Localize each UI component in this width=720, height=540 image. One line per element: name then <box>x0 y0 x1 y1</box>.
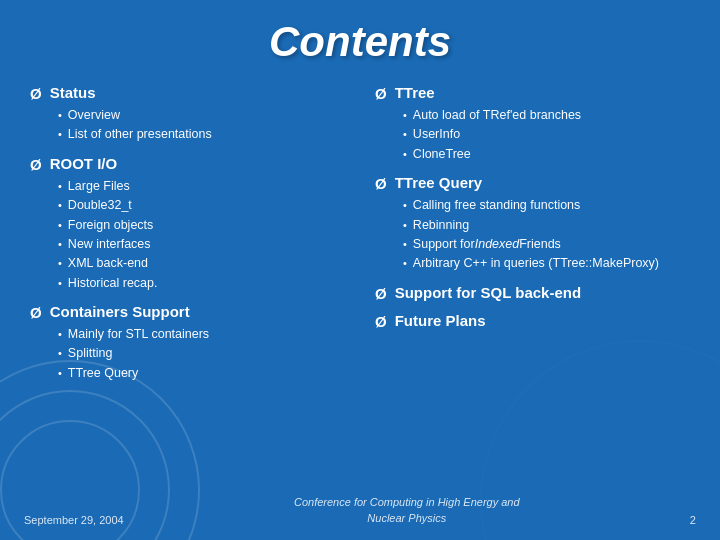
list-item: Overview <box>58 106 345 125</box>
arrow-icon-ttree-query: Ø <box>375 175 387 192</box>
arrow-icon-ttree: Ø <box>375 85 387 102</box>
section-root-io-title: ROOT I/O <box>50 155 118 172</box>
section-status: Ø Status Overview List of other presenta… <box>30 84 345 145</box>
section-ttree-query-header: Ø TTree Query <box>375 174 690 192</box>
list-item: List of other presentations <box>58 125 345 144</box>
list-item: XML back-end <box>58 254 345 273</box>
status-list: Overview List of other presentations <box>58 106 345 145</box>
section-root-io: Ø ROOT I/O Large Files Double32_t Foreig… <box>30 155 345 293</box>
list-item: Auto load of TRef'ed branches <box>403 106 690 125</box>
section-future-plans: Ø Future Plans <box>375 312 690 330</box>
section-ttree-query: Ø TTree Query Calling free standing func… <box>375 174 690 274</box>
right-column: Ø TTree Auto load of TRef'ed branches Us… <box>375 84 690 393</box>
list-item: Large Files <box>58 177 345 196</box>
section-ttree-query-title: TTree Query <box>395 174 483 191</box>
list-item: UserInfo <box>403 125 690 144</box>
ttree-query-list: Calling free standing functions Rebinnin… <box>403 196 690 274</box>
arrow-icon-containers: Ø <box>30 304 42 321</box>
section-future-plans-title: Future Plans <box>395 312 486 329</box>
footer-center-line2: Nuclear Physics <box>367 512 446 524</box>
arrow-icon-sql: Ø <box>375 285 387 302</box>
list-item: Support for Indexed Friends <box>403 235 690 254</box>
footer-page: 2 <box>690 514 696 526</box>
section-sql: Ø Support for SQL back-end <box>375 284 690 302</box>
section-future-plans-header: Ø Future Plans <box>375 312 690 330</box>
root-io-list: Large Files Double32_t Foreign objects N… <box>58 177 345 293</box>
content-grid: Ø Status Overview List of other presenta… <box>0 84 720 393</box>
footer: September 29, 2004 Conference for Comput… <box>0 495 720 526</box>
ttree-list: Auto load of TRef'ed branches UserInfo C… <box>403 106 690 164</box>
section-containers-header: Ø Containers Support <box>30 303 345 321</box>
list-item: TTree Query <box>58 364 345 383</box>
section-containers: Ø Containers Support Mainly for STL cont… <box>30 303 345 383</box>
left-column: Ø Status Overview List of other presenta… <box>30 84 345 393</box>
section-ttree-title: TTree <box>395 84 435 101</box>
footer-center-line1: Conference for Computing in High Energy … <box>294 496 520 508</box>
section-sql-title: Support for SQL back-end <box>395 284 581 301</box>
section-ttree-header: Ø TTree <box>375 84 690 102</box>
section-status-title: Status <box>50 84 96 101</box>
list-item: Historical recap. <box>58 274 345 293</box>
list-item: Rebinning <box>403 216 690 235</box>
page-title: Contents <box>0 18 720 66</box>
list-item: Calling free standing functions <box>403 196 690 215</box>
footer-conference: Conference for Computing in High Energy … <box>294 495 520 526</box>
section-containers-title: Containers Support <box>50 303 190 320</box>
containers-list: Mainly for STL containers Splitting TTre… <box>58 325 345 383</box>
section-sql-header: Ø Support for SQL back-end <box>375 284 690 302</box>
list-item: Foreign objects <box>58 216 345 235</box>
arrow-icon-root-io: Ø <box>30 156 42 173</box>
list-item: New interfaces <box>58 235 345 254</box>
title-section: Contents <box>0 0 720 80</box>
list-item: Arbitrary C++ in queries (TTree::MakePro… <box>403 254 690 273</box>
section-root-io-header: Ø ROOT I/O <box>30 155 345 173</box>
list-item: CloneTree <box>403 145 690 164</box>
arrow-icon-status: Ø <box>30 85 42 102</box>
section-ttree: Ø TTree Auto load of TRef'ed branches Us… <box>375 84 690 164</box>
section-status-header: Ø Status <box>30 84 345 102</box>
footer-date: September 29, 2004 <box>24 514 124 526</box>
list-item: Double32_t <box>58 196 345 215</box>
list-item: Splitting <box>58 344 345 363</box>
arrow-icon-future-plans: Ø <box>375 313 387 330</box>
list-item: Mainly for STL containers <box>58 325 345 344</box>
